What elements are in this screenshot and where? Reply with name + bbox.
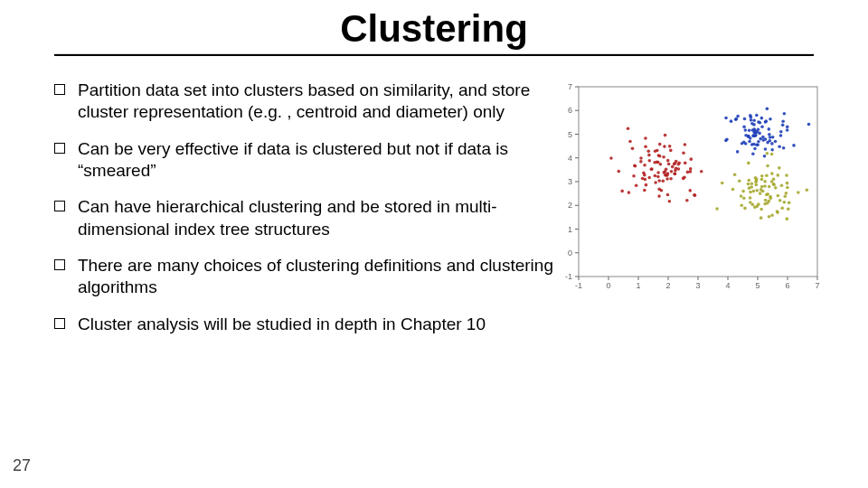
- svg-point-61: [682, 152, 685, 155]
- svg-point-244: [770, 214, 774, 218]
- svg-text:2: 2: [568, 201, 572, 210]
- svg-point-82: [664, 170, 667, 174]
- svg-point-250: [740, 203, 743, 207]
- svg-point-66: [644, 178, 647, 182]
- svg-point-234: [772, 183, 776, 186]
- svg-point-186: [768, 133, 771, 136]
- svg-point-192: [755, 144, 759, 147]
- svg-point-263: [742, 197, 746, 201]
- svg-point-156: [769, 117, 772, 121]
- svg-point-67: [647, 176, 651, 180]
- svg-point-98: [668, 145, 672, 148]
- svg-text:5: 5: [568, 130, 572, 139]
- svg-point-121: [650, 168, 654, 172]
- svg-point-243: [786, 186, 789, 190]
- svg-text:1: 1: [568, 225, 572, 234]
- svg-point-228: [785, 174, 788, 177]
- svg-point-252: [778, 199, 782, 202]
- svg-point-74: [632, 174, 636, 178]
- svg-point-90: [646, 150, 650, 154]
- svg-point-101: [683, 175, 686, 179]
- svg-point-48: [644, 136, 647, 140]
- svg-text:7: 7: [568, 82, 572, 91]
- svg-point-182: [771, 136, 775, 139]
- svg-point-249: [763, 180, 767, 183]
- svg-point-122: [658, 155, 662, 158]
- svg-point-191: [752, 123, 756, 127]
- bullet-item: Can have hierarchical clustering and be …: [54, 196, 561, 240]
- svg-point-123: [656, 161, 660, 164]
- svg-point-120: [634, 164, 637, 168]
- svg-point-260: [733, 173, 737, 176]
- svg-point-240: [750, 182, 754, 185]
- svg-point-264: [755, 183, 759, 187]
- svg-point-201: [741, 142, 744, 145]
- svg-point-181: [783, 112, 787, 116]
- svg-point-279: [778, 166, 781, 170]
- svg-point-187: [730, 119, 733, 123]
- svg-point-141: [766, 141, 769, 145]
- svg-point-78: [665, 177, 669, 181]
- svg-text:1: 1: [636, 281, 640, 290]
- svg-text:6: 6: [568, 106, 572, 115]
- svg-point-161: [757, 140, 760, 144]
- svg-point-177: [766, 108, 769, 111]
- svg-point-126: [669, 149, 673, 153]
- svg-point-46: [663, 145, 666, 148]
- cluster-scatter-chart: -101234567-101234567: [553, 80, 825, 296]
- svg-point-261: [766, 202, 769, 205]
- svg-point-116: [677, 162, 681, 165]
- svg-point-102: [666, 193, 670, 197]
- svg-point-54: [627, 127, 630, 131]
- svg-point-282: [764, 199, 768, 202]
- svg-point-213: [770, 172, 774, 175]
- svg-point-246: [738, 179, 741, 183]
- svg-text:2: 2: [665, 281, 670, 290]
- svg-point-271: [786, 182, 789, 185]
- svg-point-142: [743, 117, 747, 121]
- svg-point-259: [743, 207, 747, 211]
- svg-point-266: [759, 192, 762, 195]
- svg-point-180: [779, 130, 783, 134]
- svg-point-178: [778, 145, 781, 148]
- svg-point-41: [684, 162, 687, 165]
- page-number: 27: [13, 456, 31, 475]
- svg-point-214: [768, 185, 771, 189]
- svg-point-83: [653, 161, 656, 164]
- svg-point-140: [781, 120, 785, 124]
- svg-point-127: [753, 147, 757, 151]
- svg-point-273: [797, 191, 800, 194]
- svg-point-117: [654, 174, 657, 178]
- svg-point-160: [736, 115, 740, 118]
- svg-point-278: [747, 162, 750, 165]
- svg-point-44: [658, 143, 662, 146]
- svg-point-188: [770, 148, 774, 152]
- svg-point-221: [766, 164, 769, 168]
- svg-point-42: [627, 191, 631, 194]
- svg-point-111: [631, 147, 635, 151]
- svg-point-195: [751, 128, 755, 132]
- svg-point-219: [780, 183, 784, 187]
- svg-point-92: [617, 170, 620, 174]
- svg-point-71: [609, 156, 613, 160]
- svg-point-189: [757, 120, 760, 124]
- svg-point-197: [765, 119, 769, 123]
- bullet-item: Can be very effective if data is cluster…: [54, 138, 561, 183]
- svg-point-45: [671, 165, 675, 169]
- svg-point-84: [669, 177, 673, 181]
- svg-text:4: 4: [568, 154, 572, 163]
- svg-point-89: [654, 149, 657, 153]
- svg-point-275: [761, 190, 765, 193]
- svg-point-69: [657, 194, 661, 198]
- svg-point-238: [760, 208, 763, 211]
- bullet-item: Cluster analysis will be studied in dept…: [54, 314, 561, 335]
- svg-point-269: [783, 194, 787, 198]
- svg-point-106: [665, 174, 668, 177]
- svg-point-199: [774, 140, 778, 144]
- svg-point-281: [765, 174, 769, 177]
- svg-point-237: [769, 197, 772, 201]
- svg-point-185: [725, 137, 729, 141]
- svg-point-108: [643, 164, 646, 167]
- svg-point-174: [763, 155, 767, 158]
- svg-point-114: [686, 171, 690, 174]
